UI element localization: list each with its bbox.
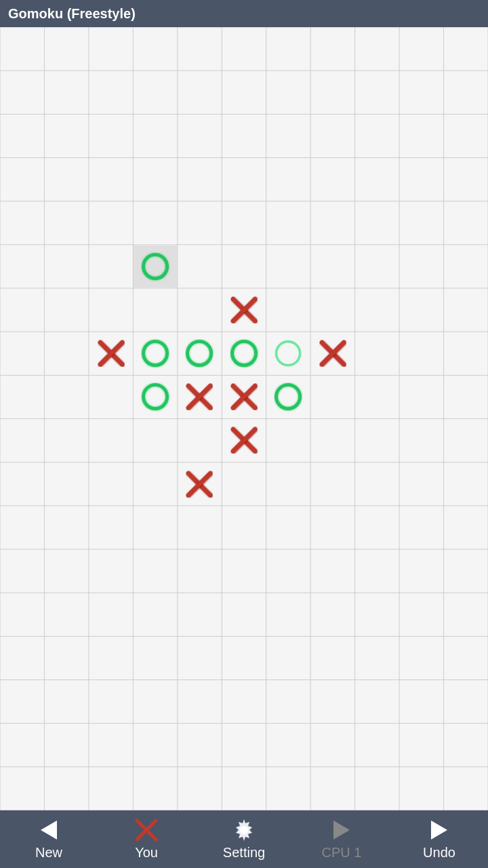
cpu-label: CPU 1 [322,845,362,861]
piece-cross [228,381,260,412]
cpu-button[interactable]: CPU 1 [293,810,390,868]
svg-point-38 [232,342,256,366]
svg-point-47 [277,385,300,409]
svg-point-37 [188,342,211,366]
svg-point-36 [144,342,167,366]
piece-circle [272,381,304,412]
piece-circle [228,338,260,369]
piece-cross [96,338,127,369]
piece-cross [184,381,215,412]
piece-circle [140,381,171,412]
svg-point-39 [277,342,300,366]
svg-point-42 [144,385,167,409]
svg-marker-56 [333,821,350,840]
bottom-bar: New You Setting CPU 1 Undo [0,810,488,868]
undo-label: Undo [423,845,455,861]
setting-button[interactable]: Setting [195,810,293,868]
svg-point-31 [144,254,167,278]
app-title: Gomoku (Freestyle) [8,6,136,22]
svg-marker-52 [41,821,57,840]
setting-label: Setting [223,845,265,861]
new-icon [37,818,61,842]
piece-cross [228,294,260,326]
cpu-icon [329,818,354,842]
setting-icon [232,818,256,842]
piece-cross [228,425,260,456]
you-icon [134,818,159,842]
piece-circle [140,338,171,369]
new-label: New [35,845,62,861]
new-button[interactable]: New [0,810,98,868]
you-button[interactable]: You [98,810,195,868]
piece-circle [140,251,171,282]
svg-marker-57 [431,821,447,840]
piece-circle [184,338,215,369]
piece-cross [317,338,348,369]
title-bar: Gomoku (Freestyle) [0,0,488,27]
piece-circle [272,338,304,369]
undo-icon [427,818,451,842]
game-board[interactable] [0,27,488,810]
undo-button[interactable]: Undo [390,810,488,868]
pieces-layer [0,27,488,810]
you-label: You [135,845,158,861]
piece-cross [184,469,215,500]
